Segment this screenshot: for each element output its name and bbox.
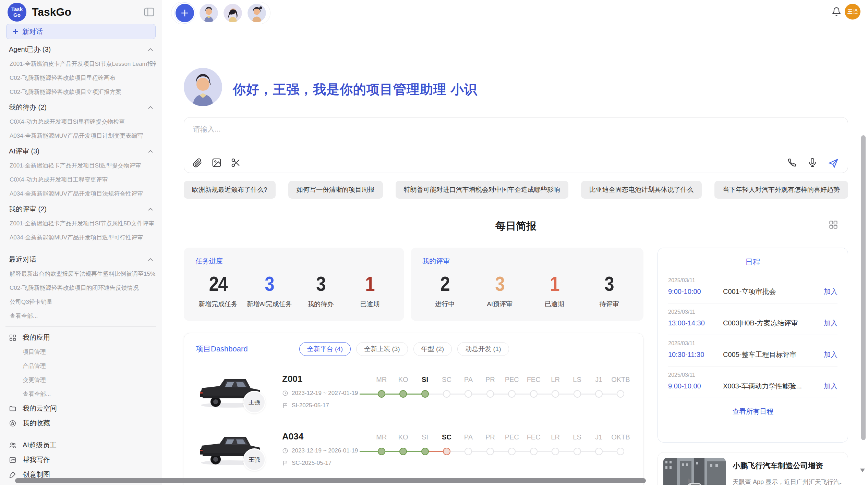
- agent-avatar-1[interactable]: [200, 4, 218, 22]
- sidebar-item[interactable]: C02-飞腾新能源轻客改款项目立项汇报方案: [5, 85, 156, 99]
- dashboard-tab[interactable]: 年型 (2): [413, 342, 452, 356]
- sidebar-item[interactable]: Z001-全新燃油轻卡产品开发项目SI节点属性5D文件评审: [5, 216, 156, 231]
- project-row[interactable]: 王强 A034 2023-12-19 ~ 2026-01-19 SC-2025-…: [196, 429, 631, 467]
- chevron-up-icon[interactable]: [148, 104, 153, 110]
- chevron-up-icon[interactable]: [148, 46, 153, 52]
- milestone-label: PEC: [505, 376, 519, 385]
- milestone-dot: [617, 448, 624, 455]
- user-avatar[interactable]: 王强: [845, 4, 860, 20]
- agent-avatar-2[interactable]: [224, 4, 242, 22]
- dashboard-tab[interactable]: 全新上装 (3): [356, 342, 408, 356]
- agent-avatar-3[interactable]: [248, 4, 266, 22]
- help-me-write-label: 帮我写作: [23, 455, 50, 464]
- join-link[interactable]: 加入: [824, 382, 837, 391]
- schedule-time: 9:00-10:00: [668, 288, 723, 296]
- sidebar-item[interactable]: Z001-全新燃油皮卡产品开发项目SI节点Lesson Learn报告: [5, 57, 156, 71]
- project-row[interactable]: 王强 Z001 2023-12-19 ~ 2027-01-19 SI-2025-…: [196, 372, 631, 409]
- dashboard-tab[interactable]: 动总开发 (1): [457, 342, 509, 356]
- composer-right-tools: [787, 158, 838, 168]
- chevron-up-icon[interactable]: [148, 256, 153, 262]
- schedule-title: 日程: [668, 257, 837, 267]
- horizontal-scrollbar[interactable]: [15, 478, 646, 483]
- recent-conversation-item[interactable]: C02-飞腾新能源轻客改款项目的闭环通告反馈情况: [5, 281, 156, 295]
- sidebar-collapse-icon[interactable]: [144, 8, 154, 16]
- briefing-stats: 任务进度 24 新增完成任务 3 新增AI完成任务: [184, 248, 643, 321]
- news-card[interactable]: 小鹏飞行汽车制造公司增资 天眼查 App 显示，近日广州汇天飞行汽...: [658, 452, 848, 485]
- suggestion-chip[interactable]: 比亚迪全固态电池计划具体说了什么: [581, 181, 702, 199]
- scroll-down-arrow-icon[interactable]: [860, 469, 865, 472]
- milestone-label: SC: [442, 376, 451, 385]
- app-logo: Task Go: [8, 3, 26, 22]
- stat-item: 2 进行中: [424, 272, 466, 309]
- app-shortcut-item[interactable]: 产品管理: [5, 359, 156, 373]
- project-milestone-date: SI-2025-05-17: [292, 402, 329, 409]
- chat-composer[interactable]: 请输入...: [184, 117, 848, 173]
- sidebar-item-ai-super-staff[interactable]: AI超级员工: [5, 438, 156, 452]
- news-body: 小鹏飞行汽车制造公司增资 天眼查 App 显示，近日广州汇天飞行汽...: [733, 458, 842, 485]
- new-chat-button[interactable]: 新对话: [6, 24, 156, 39]
- assistant-avatar: [184, 68, 222, 106]
- attachment-icon[interactable]: [192, 158, 203, 168]
- join-link[interactable]: 加入: [824, 319, 837, 328]
- stat-value: 24: [209, 272, 227, 296]
- chevron-up-icon[interactable]: [148, 148, 153, 154]
- recent-conversation-item[interactable]: 查看全部...: [5, 309, 156, 323]
- sidebar-item[interactable]: C0X4-动力总成开发项目SI里程碑提交物检查: [5, 115, 156, 129]
- app-shortcut-item[interactable]: 项目管理: [5, 345, 156, 359]
- project-code: Z001: [282, 374, 371, 384]
- stat-item: 3 待评审: [589, 272, 630, 309]
- new-session-button[interactable]: [176, 4, 194, 22]
- sidebar-item[interactable]: A034-全新新能源MUV产品开发项目法规符合性评审: [5, 187, 156, 201]
- stat-value: 3: [605, 272, 614, 296]
- send-icon[interactable]: [828, 158, 838, 168]
- microphone-icon[interactable]: [807, 158, 818, 168]
- sidebar-group-my-review[interactable]: 我的评审 (2): [5, 201, 156, 216]
- recent-conversation-item[interactable]: 公司Q3轻卡销量: [5, 295, 156, 309]
- chevron-up-icon[interactable]: [148, 206, 153, 212]
- clock-icon: [282, 390, 288, 396]
- app-shortcut-item[interactable]: 查看全部...: [5, 387, 156, 401]
- scroll-right-arrow-icon[interactable]: [688, 478, 692, 483]
- image-upload-icon[interactable]: [212, 158, 222, 168]
- sidebar-item[interactable]: C02-飞腾新能源轻客改款项目里程碑画布: [5, 71, 156, 85]
- join-link[interactable]: 加入: [824, 287, 837, 296]
- vertical-scrollbar[interactable]: [861, 135, 866, 440]
- sidebar-item-my-apps[interactable]: 我的应用: [5, 330, 156, 345]
- project-info: A034 2023-12-19 ~ 2026-01-19 SC-2025-05-…: [282, 429, 371, 467]
- group-title: 最近对话: [9, 255, 148, 264]
- milestone-dot: [443, 448, 450, 455]
- sidebar-group-recent[interactable]: 最近对话: [5, 252, 156, 267]
- layout-grid-icon[interactable]: [829, 220, 838, 229]
- suggestion-chip[interactable]: 当下年轻人对汽车外观有怎样的喜好趋势: [714, 181, 848, 199]
- notification-bell-icon[interactable]: [832, 7, 841, 16]
- stat-value: 1: [365, 272, 375, 296]
- sidebar-group-agent-done[interactable]: Agent已办 (3): [5, 42, 156, 57]
- sidebar-item[interactable]: Z001-全新燃油轻卡产品开发项目SI造型提交物评审: [5, 159, 156, 173]
- schedule-name: C005-整车工程目标评审: [723, 350, 824, 359]
- sidebar-group-ai-review[interactable]: AI评审 (3): [5, 144, 156, 159]
- group-count: (3): [31, 147, 39, 155]
- milestone-dot: [595, 390, 603, 398]
- stat-item: 3 AI预评审: [479, 272, 520, 309]
- suggestion-chip[interactable]: 特朗普可能对进口汽车增税会对中国车企造成哪些影响: [396, 181, 568, 199]
- recent-conversation-item[interactable]: 解释最新出台的欧盟报废车法规再生塑料比例被调至15%...: [5, 267, 156, 281]
- suggestion-chip[interactable]: 欧洲新规最近颁布了什么?: [184, 181, 276, 199]
- join-link[interactable]: 加入: [824, 350, 837, 359]
- sidebar-item[interactable]: C0X4-动力总成开发项目工程变更评审: [5, 173, 156, 187]
- new-chat-label: 新对话: [22, 27, 43, 36]
- flag-icon: [282, 402, 288, 409]
- view-all-schedule-link[interactable]: 查看所有日程: [668, 407, 837, 416]
- sidebar-item[interactable]: A034-全新新能源MUV产品开发项目造型可行性评审: [5, 231, 156, 245]
- sidebar-item-favorites[interactable]: 我的收藏: [5, 416, 156, 431]
- dashboard-tab[interactable]: 全新平台 (4): [299, 342, 351, 356]
- sidebar-item[interactable]: A034-全新新能源MUV产品开发项目计划变更表编写: [5, 129, 156, 143]
- suggestion-chip[interactable]: 如何写一份清晰的项目周报: [288, 181, 383, 199]
- sidebar-group-my-todo[interactable]: 我的待办 (2): [5, 100, 156, 115]
- milestone-dot: [530, 448, 538, 455]
- sidebar: Task Go TaskGo 新对话 Agent已办 (3) Z001-全新燃油…: [0, 0, 162, 485]
- phone-call-icon[interactable]: [787, 158, 797, 168]
- scissors-icon[interactable]: [231, 158, 241, 168]
- sidebar-item-cloud-space[interactable]: 我的云空间: [5, 401, 156, 416]
- app-shortcut-item[interactable]: 变更管理: [5, 373, 156, 387]
- sidebar-item-help-me-write[interactable]: 帮我写作: [5, 452, 156, 467]
